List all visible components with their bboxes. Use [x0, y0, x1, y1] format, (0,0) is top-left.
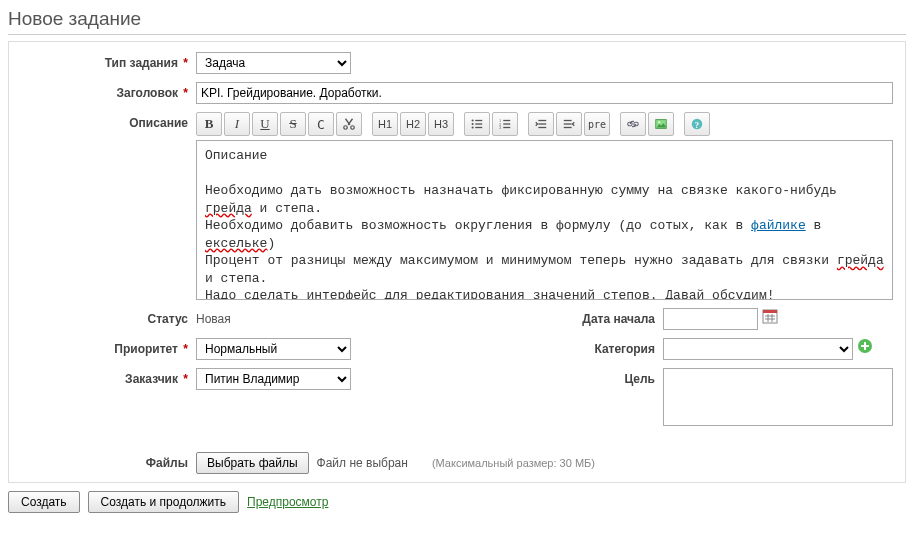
svg-point-4	[472, 126, 474, 128]
description-editor[interactable]: Описание Необходимо дать возможность наз…	[196, 140, 893, 300]
svg-point-0	[344, 126, 348, 130]
h2-button[interactable]: H2	[400, 112, 426, 136]
start-date-input[interactable]	[663, 308, 758, 330]
create-button[interactable]: Создать	[8, 491, 80, 513]
code-button[interactable]: C	[308, 112, 334, 136]
page-title: Новое задание	[8, 8, 906, 35]
files-label: Файлы	[21, 452, 196, 474]
strike-button[interactable]: S	[280, 112, 306, 136]
cut-button[interactable]	[336, 112, 362, 136]
add-category-icon[interactable]	[857, 338, 873, 354]
priority-select[interactable]: Нормальный	[196, 338, 351, 360]
svg-point-1	[351, 126, 355, 130]
assignee-select[interactable]: Питин Владимир	[196, 368, 351, 390]
description-label: Описание	[21, 112, 196, 134]
preview-link[interactable]: Предпросмотр	[247, 495, 328, 509]
quote-left-button[interactable]	[556, 112, 582, 136]
goal-textarea[interactable]	[663, 368, 893, 426]
svg-text:3: 3	[499, 125, 502, 130]
ul-button[interactable]	[464, 112, 490, 136]
image-button[interactable]	[648, 112, 674, 136]
help-button[interactable]: ?	[684, 112, 710, 136]
editor-toolbar: B I U S C H1 H2 H3 123 pre	[196, 112, 893, 136]
svg-point-23	[658, 121, 660, 123]
new-issue-form: Тип задания * Задача Заголовок * Описани…	[8, 41, 906, 483]
create-continue-button[interactable]: Создать и продолжить	[88, 491, 239, 513]
svg-rect-27	[763, 310, 777, 313]
italic-button[interactable]: I	[224, 112, 250, 136]
tracker-label: Тип задания *	[21, 52, 196, 74]
max-size-hint: (Максимальный размер: 30 МБ)	[432, 457, 595, 469]
assignee-label: Заказчик *	[21, 368, 196, 390]
priority-label: Приоритет *	[21, 338, 196, 360]
calendar-icon[interactable]	[762, 308, 778, 324]
link-button[interactable]	[620, 112, 646, 136]
ol-button[interactable]: 123	[492, 112, 518, 136]
bold-button[interactable]: B	[196, 112, 222, 136]
h1-button[interactable]: H1	[372, 112, 398, 136]
subject-input[interactable]	[196, 82, 893, 104]
svg-point-2	[472, 119, 474, 121]
goal-label: Цель	[383, 368, 663, 390]
h3-button[interactable]: H3	[428, 112, 454, 136]
pre-button[interactable]: pre	[584, 112, 610, 136]
tracker-select[interactable]: Задача	[196, 52, 351, 74]
category-select[interactable]	[663, 338, 853, 360]
svg-text:?: ?	[695, 120, 699, 130]
start-date-label: Дата начала	[383, 308, 663, 330]
category-label: Категория	[383, 338, 663, 360]
no-file-text: Файл не выбран	[317, 456, 408, 470]
underline-button[interactable]: U	[252, 112, 278, 136]
status-label: Статус	[21, 308, 196, 330]
subject-label: Заголовок *	[21, 82, 196, 104]
status-value: Новая	[196, 308, 231, 330]
svg-point-3	[472, 123, 474, 125]
quote-right-button[interactable]	[528, 112, 554, 136]
choose-files-button[interactable]: Выбрать файлы	[196, 452, 309, 474]
